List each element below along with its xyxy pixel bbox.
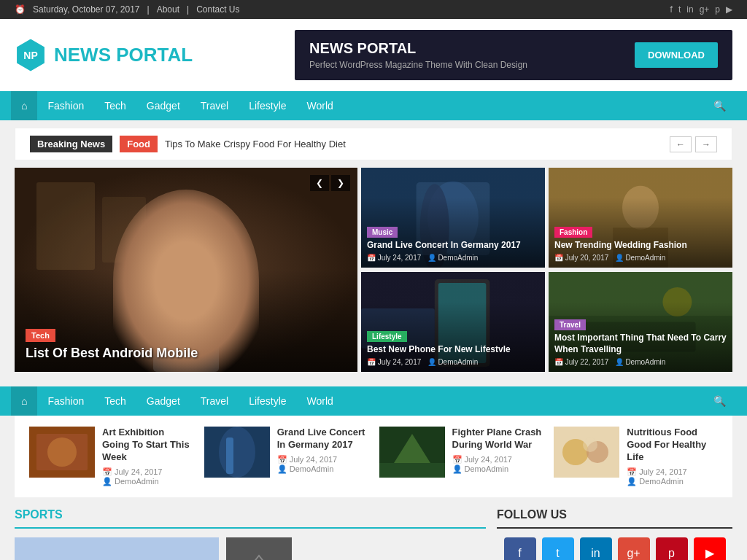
side-articles-grid: Music Grand Live Concert In Germany 2017… (361, 168, 732, 372)
advertisement-banner: NEWS PORTAL Perfect WordPress Magazine T… (295, 30, 732, 80)
breaking-category-badge: Food (120, 136, 158, 152)
travel-tag: Travel (554, 319, 586, 330)
article-info-2: Grand Live Concert In Germany 2017 📅 Jul… (277, 427, 368, 486)
social-yt[interactable]: ▶ (726, 4, 732, 15)
svg-rect-6 (204, 277, 215, 321)
secondary-nav: ⌂ Fashion Tech Gadget Travel Lifestyle W… (0, 386, 747, 416)
fashion-title: New Trending Wedding Fashion (554, 240, 727, 252)
nav2-search-icon[interactable]: 🔍 (703, 386, 736, 416)
main-nav: ⌂ Fashion Tech Gadget Travel Lifestyle W… (0, 91, 747, 120)
breaking-news-arrows: ← → (670, 136, 717, 152)
nav2-home[interactable]: ⌂ (11, 386, 37, 416)
music-meta: 📅 July 24, 2017 👤 DemoAdmin (367, 254, 539, 262)
music-title: Grand Live Concert In Germany 2017 (367, 240, 539, 252)
nav2-fashion[interactable]: Fashion (37, 386, 94, 416)
svg-rect-29 (226, 438, 233, 474)
fashion-overlay: Fashion New Trending Wedding Fashion 📅 J… (549, 219, 732, 268)
sports-title: SPORTS (15, 508, 486, 529)
nav2-lifestyle[interactable]: Lifestyle (239, 386, 296, 416)
social-fb[interactable]: f (670, 4, 673, 15)
banner-text: NEWS PORTAL Perfect WordPress Magazine T… (309, 40, 527, 70)
follow-linkedin[interactable]: in (580, 537, 612, 560)
lifestyle-tag: Lifestyle (367, 331, 407, 342)
article-card-1: Art Exhibition Going To Start This Week … (29, 427, 193, 486)
contact-link[interactable]: Contact Us (196, 4, 239, 15)
fighter-thumb-svg (379, 427, 445, 478)
nav-home[interactable]: ⌂ (11, 91, 37, 120)
sports-grid: World Crazy Bike Stunt Done By Bike Ride… (15, 537, 486, 560)
social-pi[interactable]: p (715, 4, 720, 15)
nav2-world[interactable]: World (297, 386, 344, 416)
article-card-4: Nutritious Food Good For Healthy Life 📅 … (554, 427, 718, 486)
nav-travel[interactable]: Travel (190, 91, 239, 120)
article-thumb-1 (29, 427, 95, 478)
nav-world[interactable]: World (297, 91, 344, 120)
logo: NP NEWS PORTAL (15, 39, 193, 71)
article-meta-2: 📅 July 24, 2017 👤 DemoAdmin (277, 455, 368, 474)
featured-section: ❮ ❯ Tech List Of Best Android Mobile (0, 168, 747, 383)
social-tw[interactable]: t (678, 4, 681, 15)
nav2-travel[interactable]: Travel (190, 386, 239, 416)
top-bar-social: f t in g+ p ▶ (670, 4, 732, 15)
travel-overlay: Travel Most Important Thing That Need To… (549, 312, 732, 371)
breaking-next-arrow[interactable]: → (695, 136, 717, 152)
concert-thumb-svg (204, 427, 270, 478)
social-buttons: f t in g+ p ▶ (497, 537, 732, 560)
about-link[interactable]: About (157, 4, 179, 15)
social-in[interactable]: in (686, 4, 693, 15)
article-thumb-4 (554, 427, 619, 478)
nav2-tech[interactable]: Tech (94, 386, 136, 416)
clock-icon: ⏰ (15, 4, 26, 15)
nav2-gadget[interactable]: Gadget (136, 386, 190, 416)
article-cards-row: Art Exhibition Going To Start This Week … (15, 416, 732, 497)
download-button[interactable]: DOWNLOAD (635, 42, 718, 68)
article-meta-1: 📅 July 24, 2017 👤 DemoAdmin (102, 467, 193, 486)
food-thumb-svg (554, 427, 619, 478)
breaking-news-text: Tips To Make Crispy Food For Healthy Die… (165, 139, 662, 149)
article-author-2: 👤 DemoAdmin (277, 464, 334, 473)
follow-googleplus[interactable]: g+ (618, 537, 650, 560)
nav-gadget[interactable]: Gadget (136, 91, 190, 120)
article-date-2: 📅 July 24, 2017 (277, 455, 338, 464)
article-author-3: 👤 DemoAdmin (452, 464, 509, 473)
featured-overlay: Tech List Of Best Android Mobile (15, 318, 357, 372)
featured-next[interactable]: ❯ (331, 175, 350, 191)
music-tag: Music (367, 227, 398, 238)
nav-fashion[interactable]: Fashion (37, 91, 94, 120)
article-date-4: 📅 July 24, 2017 (627, 467, 687, 476)
travel-title: Most Important Thing That Need To Carry … (554, 332, 727, 355)
svg-point-5 (158, 208, 214, 252)
follow-pinterest[interactable]: p (656, 537, 688, 560)
follow-section: FOLLOW US f t in g+ p ▶ (497, 508, 732, 560)
breaking-news-label: Breaking News (30, 136, 112, 152)
nav-tech[interactable]: Tech (94, 91, 136, 120)
fashion-tag: Fashion (554, 227, 592, 238)
bike-thumb-svg (226, 537, 292, 560)
article-card-3: Fighter Plane Crash During World War 📅 J… (379, 427, 543, 486)
social-gp[interactable]: g+ (700, 4, 710, 15)
follow-facebook[interactable]: f (504, 537, 536, 560)
follow-twitter[interactable]: t (542, 537, 574, 560)
breaking-prev-arrow[interactable]: ← (670, 136, 692, 152)
side-article-travel: Travel Most Important Thing That Need To… (549, 272, 732, 372)
nav-lifestyle[interactable]: Lifestyle (239, 91, 296, 120)
sports-main-svg (15, 537, 219, 560)
phone-title: Best New Phone For New Lifestvle (367, 344, 539, 356)
article-info-3: Fighter Plane Crash During World War 📅 J… (452, 427, 543, 486)
article-thumb-2 (204, 427, 270, 478)
nav-search-icon[interactable]: 🔍 (703, 91, 736, 120)
sports-section: SPORTS (15, 508, 486, 560)
featured-tag: Tech (26, 329, 55, 342)
phone-overlay: Lifestyle Best New Phone For New Lifestv… (361, 324, 545, 372)
sports-side-articles: World Crazy Bike Stunt Done By Bike Ride… (226, 537, 486, 560)
sports-bike-article: World Crazy Bike Stunt Done By Bike Ride… (226, 537, 444, 560)
article-author-1: 👤 DemoAdmin (102, 477, 159, 486)
follow-youtube[interactable]: ▶ (694, 537, 726, 560)
sports-bike-thumb (226, 537, 292, 560)
date-text: Saturday, October 07, 2017 (33, 4, 140, 15)
art-thumb-svg (29, 427, 95, 478)
featured-prev[interactable]: ❮ (310, 175, 329, 191)
svg-point-26 (47, 438, 77, 467)
featured-nav-arrows: ❮ ❯ (310, 175, 350, 191)
banner-subtitle: Perfect WordPress Magazine Theme With Cl… (309, 60, 527, 70)
